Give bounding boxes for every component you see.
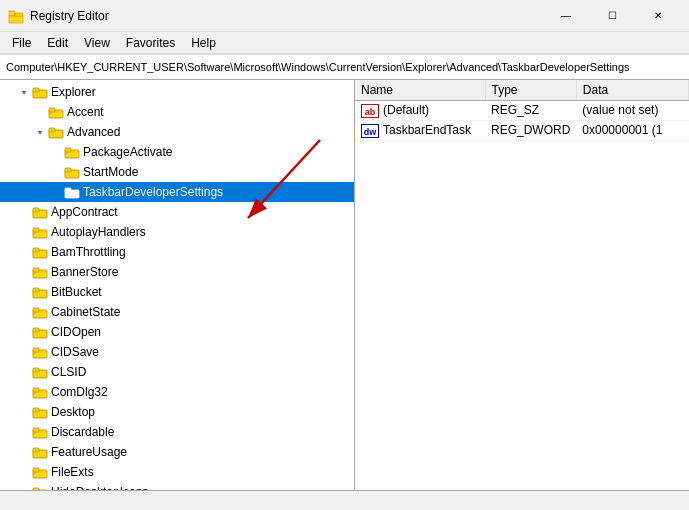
tree-item-label: Explorer — [51, 85, 96, 99]
tree-item-label: StartMode — [83, 165, 138, 179]
tree-item-clsid[interactable]: CLSID — [0, 362, 354, 382]
folder-icon — [32, 365, 48, 379]
maximize-button[interactable]: ☐ — [589, 0, 635, 32]
registry-entry-data: 0x00000001 (1 — [576, 120, 688, 140]
col-name: Name — [355, 80, 485, 101]
main-wrapper: ▾ Explorer Accent▾ Advanced PackageActiv… — [0, 80, 689, 490]
registry-entry-data: (value not set) — [576, 101, 688, 121]
svg-rect-8 — [49, 128, 55, 132]
registry-entry-name: (Default) — [383, 103, 429, 117]
folder-icon — [32, 465, 48, 479]
tree-item-label: Accent — [67, 105, 104, 119]
tree-item-startmode[interactable]: StartMode — [0, 162, 354, 182]
svg-rect-32 — [33, 368, 39, 372]
svg-rect-14 — [65, 188, 71, 192]
tree-item-label: HideDesktopIcons — [51, 485, 148, 490]
svg-rect-0 — [9, 11, 15, 16]
address-path: Computer\HKEY_CURRENT_USER\Software\Micr… — [6, 61, 630, 73]
tree-item-label: BitBucket — [51, 285, 102, 299]
svg-rect-18 — [33, 228, 39, 232]
folder-icon — [32, 305, 48, 319]
menu-item-favorites[interactable]: Favorites — [118, 34, 183, 52]
tree-item-label: PackageActivate — [83, 145, 172, 159]
folder-icon — [32, 485, 48, 490]
tree-item-desktop[interactable]: Desktop — [0, 402, 354, 422]
tree-item-label: AppContract — [51, 205, 118, 219]
svg-rect-4 — [33, 88, 39, 92]
registry-name-cell: dwTaskbarEndTask — [355, 120, 485, 140]
window-controls: — ☐ ✕ — [543, 0, 681, 32]
svg-rect-30 — [33, 348, 39, 352]
svg-rect-36 — [33, 408, 39, 412]
folder-icon — [64, 165, 80, 179]
tree-item-bitbucket[interactable]: BitBucket — [0, 282, 354, 302]
svg-rect-16 — [33, 208, 39, 212]
folder-icon — [32, 325, 48, 339]
tree-item-bannerstore[interactable]: BannerStore — [0, 262, 354, 282]
tree-item-label: CLSID — [51, 365, 86, 379]
tree-panel[interactable]: ▾ Explorer Accent▾ Advanced PackageActiv… — [0, 80, 355, 490]
right-panel: Name Type Data ab(Default)REG_SZ(value n… — [355, 80, 689, 490]
svg-rect-20 — [33, 248, 39, 252]
menu-item-view[interactable]: View — [76, 34, 118, 52]
tree-item-cabinetstate[interactable]: CabinetState — [0, 302, 354, 322]
svg-rect-6 — [49, 108, 55, 112]
menu-item-help[interactable]: Help — [183, 34, 224, 52]
menu-item-file[interactable]: File — [4, 34, 39, 52]
tree-item-packageactivate[interactable]: PackageActivate — [0, 142, 354, 162]
svg-rect-12 — [65, 168, 71, 172]
menu-bar: FileEditViewFavoritesHelp — [0, 32, 689, 54]
status-bar — [0, 490, 689, 510]
title-bar-left: Registry Editor — [8, 8, 109, 24]
svg-rect-38 — [33, 428, 39, 432]
col-data: Data — [576, 80, 688, 101]
tree-item-accent[interactable]: Accent — [0, 102, 354, 122]
folder-icon — [32, 225, 48, 239]
folder-icon — [32, 205, 48, 219]
menu-item-edit[interactable]: Edit — [39, 34, 76, 52]
tree-item-label: BamThrottling — [51, 245, 126, 259]
svg-rect-34 — [33, 388, 39, 392]
registry-entry-type: REG_SZ — [485, 101, 576, 121]
tree-item-label: FeatureUsage — [51, 445, 127, 459]
svg-rect-40 — [33, 448, 39, 452]
tree-item-bamthrottling[interactable]: BamThrottling — [0, 242, 354, 262]
registry-row[interactable]: dwTaskbarEndTaskREG_DWORD0x00000001 (1 — [355, 120, 689, 140]
svg-rect-2 — [15, 13, 23, 16]
tree-item-explorer[interactable]: ▾ Explorer — [0, 82, 354, 102]
close-button[interactable]: ✕ — [635, 0, 681, 32]
tree-item-label: FileExts — [51, 465, 94, 479]
folder-icon — [32, 245, 48, 259]
reg-dword-icon: dw — [361, 124, 379, 138]
svg-rect-28 — [33, 328, 39, 332]
tree-item-hidedesktopicons[interactable]: HideDesktopIcons — [0, 482, 354, 490]
tree-item-label: Desktop — [51, 405, 95, 419]
tree-item-cidsave[interactable]: CIDSave — [0, 342, 354, 362]
tree-item-fileexts[interactable]: FileExts — [0, 462, 354, 482]
registry-entry-name: TaskbarEndTask — [383, 123, 471, 137]
tree-item-label: Advanced — [67, 125, 120, 139]
tree-item-comdlg32[interactable]: ComDlg32 — [0, 382, 354, 402]
registry-row[interactable]: ab(Default)REG_SZ(value not set) — [355, 101, 689, 121]
tree-item-discardable[interactable]: Discardable — [0, 422, 354, 442]
title-bar: Registry Editor — ☐ ✕ — [0, 0, 689, 32]
tree-item-label: BannerStore — [51, 265, 118, 279]
folder-icon — [32, 425, 48, 439]
folder-icon — [48, 105, 64, 119]
tree-item-label: CIDOpen — [51, 325, 101, 339]
tree-item-label: Discardable — [51, 425, 114, 439]
tree-item-cidopen[interactable]: CIDOpen — [0, 322, 354, 342]
minimize-button[interactable]: — — [543, 0, 589, 32]
tree-item-featureusage[interactable]: FeatureUsage — [0, 442, 354, 462]
svg-rect-10 — [65, 148, 71, 152]
svg-rect-44 — [33, 488, 39, 490]
tree-item-advanced[interactable]: ▾ Advanced — [0, 122, 354, 142]
main-content: ▾ Explorer Accent▾ Advanced PackageActiv… — [0, 80, 689, 490]
folder-icon — [32, 405, 48, 419]
tree-item-appcontract[interactable]: AppContract — [0, 202, 354, 222]
tree-item-taskbardev[interactable]: TaskbarDeveloperSettings — [0, 182, 354, 202]
folder-icon — [32, 445, 48, 459]
folder-icon — [32, 345, 48, 359]
tree-item-autoplayhandlers[interactable]: AutoplayHandlers — [0, 222, 354, 242]
tree-item-label: CabinetState — [51, 305, 120, 319]
